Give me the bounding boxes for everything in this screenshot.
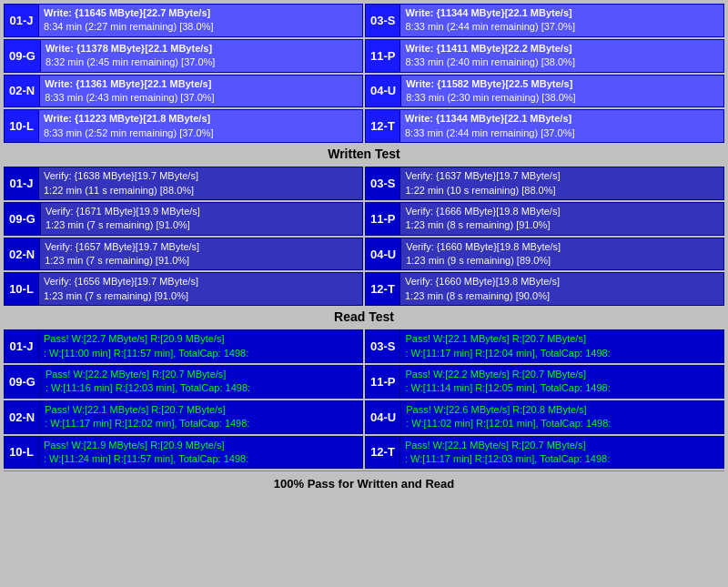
device-info: Pass! W:[22.7 MByte/s] R:[20.9 MByte/s] … <box>39 330 362 362</box>
verify-device-02-N: 02-N Verify: {1657 MByte}[19.7 MByte/s] … <box>4 238 363 271</box>
verify-grid: 01-J Verify: {1638 MByte}[19.7 MByte/s] … <box>4 167 724 306</box>
device-info: Verify: {1666 MByte}[19.8 MByte/s] 1:23 … <box>400 203 723 235</box>
verify-device-04-U: 04-U Verify: {1660 MByte}[19.8 MByte/s] … <box>365 238 724 271</box>
device-info: Verify: {1638 MByte}[19.7 MByte/s] 1:22 … <box>39 167 362 199</box>
device-label: 11-P <box>366 40 400 72</box>
device-label: 11-P <box>366 366 400 398</box>
device-label: 02-N <box>5 76 40 107</box>
pass-device-03-S: 03-S Pass! W:[22.1 MByte/s] R:[20.7 MByt… <box>365 329 724 363</box>
main-container: 01-J Write: {11645 MByte}[22.7 MByte/s] … <box>0 0 728 500</box>
write-section: 01-J Write: {11645 MByte}[22.7 MByte/s] … <box>4 4 724 165</box>
device-info: Write: {11378 MByte}[22.1 MByte/s] 8:32 … <box>41 40 362 72</box>
write-device-12-T: 12-T Write: {11344 MByte}[22.1 MByte/s] … <box>365 109 724 143</box>
verify-section: 01-J Verify: {1638 MByte}[19.7 MByte/s] … <box>4 167 724 328</box>
device-label: 01-J <box>5 5 39 36</box>
device-info: Pass! W:[22.2 MByte/s] R:[20.7 MByte/s] … <box>400 366 723 398</box>
pass-device-01-J: 01-J Pass! W:[22.7 MByte/s] R:[20.9 MByt… <box>4 329 363 363</box>
device-label: 12-T <box>366 273 400 305</box>
write-device-04-U: 04-U Write: {11582 MByte}[22.5 MByte/s] … <box>365 75 724 108</box>
write-device-03-S: 03-S Write: {11344 MByte}[22.1 MByte/s] … <box>365 4 724 37</box>
verify-device-10-L: 10-L Verify: {1656 MByte}[19.7 MByte/s] … <box>4 272 363 306</box>
device-label: 12-T <box>366 437 400 469</box>
device-label: 03-S <box>366 330 400 362</box>
write-device-01-J: 01-J Write: {11645 MByte}[22.7 MByte/s] … <box>4 4 363 37</box>
write-device-10-L: 10-L Write: {11223 MByte}[21.8 MByte/s] … <box>4 109 363 143</box>
write-grid: 01-J Write: {11645 MByte}[22.7 MByte/s] … <box>4 4 724 143</box>
device-info: Write: {11582 MByte}[22.5 MByte/s] 8:33 … <box>401 76 723 107</box>
device-label: 11-P <box>366 203 400 235</box>
device-label: 02-N <box>5 401 40 433</box>
device-label: 10-L <box>5 437 39 469</box>
device-label: 09-G <box>5 366 41 398</box>
device-info: Verify: {1660 MByte}[19.8 MByte/s] 1:23 … <box>400 273 723 305</box>
device-info: Write: {11411 MByte}[22.2 MByte/s] 8:33 … <box>400 40 723 72</box>
pass-grid: 01-J Pass! W:[22.7 MByte/s] R:[20.9 MByt… <box>4 329 724 469</box>
device-info: Verify: {1671 MByte}[19.9 MByte/s] 1:23 … <box>41 203 362 235</box>
device-info: Write: {11645 MByte}[22.7 MByte/s] 8:34 … <box>39 5 362 36</box>
device-label: 10-L <box>5 273 39 305</box>
device-info: Verify: {1660 MByte}[19.8 MByte/s] 1:23 … <box>401 238 723 270</box>
read-test-header: Read Test <box>4 306 724 328</box>
pass-device-09-G: 09-G Pass! W:[22.2 MByte/s] R:[20.7 MByt… <box>4 365 363 399</box>
device-label: 09-G <box>5 203 41 235</box>
verify-device-01-J: 01-J Verify: {1638 MByte}[19.7 MByte/s] … <box>4 167 363 200</box>
device-info: Pass! W:[22.1 MByte/s] R:[20.7 MByte/s] … <box>400 330 723 362</box>
device-info: Verify: {1657 MByte}[19.7 MByte/s] 1:23 … <box>40 238 362 270</box>
footer-bar: 100% Pass for Written and Read <box>4 471 724 496</box>
write-device-09-G: 09-G Write: {11378 MByte}[22.1 MByte/s] … <box>4 39 363 73</box>
written-test-header: Written Test <box>4 143 724 165</box>
verify-device-12-T: 12-T Verify: {1660 MByte}[19.8 MByte/s] … <box>365 272 724 306</box>
pass-device-02-N: 02-N Pass! W:[22.1 MByte/s] R:[20.7 MByt… <box>4 400 363 434</box>
device-info: Write: {11361 MByte}[22.1 MByte/s] 8:33 … <box>40 76 362 107</box>
device-info: Pass! W:[22.6 MByte/s] R:[20.8 MByte/s] … <box>401 401 723 433</box>
device-label: 04-U <box>366 401 401 433</box>
verify-device-03-S: 03-S Verify: {1637 MByte}[19.7 MByte/s] … <box>365 167 724 200</box>
pass-device-04-U: 04-U Pass! W:[22.6 MByte/s] R:[20.8 MByt… <box>365 400 724 434</box>
device-info: Pass! W:[22.1 MByte/s] R:[20.7 MByte/s] … <box>400 437 723 469</box>
device-info: Pass! W:[22.2 MByte/s] R:[20.7 MByte/s] … <box>41 366 362 398</box>
device-label: 09-G <box>5 40 41 72</box>
device-label: 12-T <box>366 110 400 142</box>
device-label: 04-U <box>366 76 401 107</box>
device-info: Pass! W:[21.9 MByte/s] R:[20.9 MByte/s] … <box>39 437 362 469</box>
pass-section: 01-J Pass! W:[22.7 MByte/s] R:[20.9 MByt… <box>4 329 724 469</box>
device-info: Pass! W:[22.1 MByte/s] R:[20.7 MByte/s] … <box>40 401 362 433</box>
device-label: 02-N <box>5 238 40 270</box>
pass-device-12-T: 12-T Pass! W:[22.1 MByte/s] R:[20.7 MByt… <box>365 436 724 470</box>
device-label: 01-J <box>5 330 39 362</box>
verify-device-11-P: 11-P Verify: {1666 MByte}[19.8 MByte/s] … <box>365 202 724 236</box>
device-label: 03-S <box>366 5 400 36</box>
device-info: Write: {11223 MByte}[21.8 MByte/s] 8:33 … <box>39 110 362 142</box>
device-info: Verify: {1656 MByte}[19.7 MByte/s] 1:23 … <box>39 273 362 305</box>
device-label: 03-S <box>366 167 400 199</box>
device-label: 04-U <box>366 238 401 270</box>
write-device-11-P: 11-P Write: {11411 MByte}[22.2 MByte/s] … <box>365 39 724 73</box>
device-label: 01-J <box>5 167 39 199</box>
write-device-02-N: 02-N Write: {11361 MByte}[22.1 MByte/s] … <box>4 75 363 108</box>
pass-device-10-L: 10-L Pass! W:[21.9 MByte/s] R:[20.9 MByt… <box>4 436 363 470</box>
pass-device-11-P: 11-P Pass! W:[22.2 MByte/s] R:[20.7 MByt… <box>365 365 724 399</box>
device-info: Write: {11344 MByte}[22.1 MByte/s] 8:33 … <box>400 5 723 36</box>
device-info: Verify: {1637 MByte}[19.7 MByte/s] 1:22 … <box>400 167 723 199</box>
device-info: Write: {11344 MByte}[22.1 MByte/s] 8:33 … <box>400 110 723 142</box>
verify-device-09-G: 09-G Verify: {1671 MByte}[19.9 MByte/s] … <box>4 202 363 236</box>
device-label: 10-L <box>5 110 39 142</box>
